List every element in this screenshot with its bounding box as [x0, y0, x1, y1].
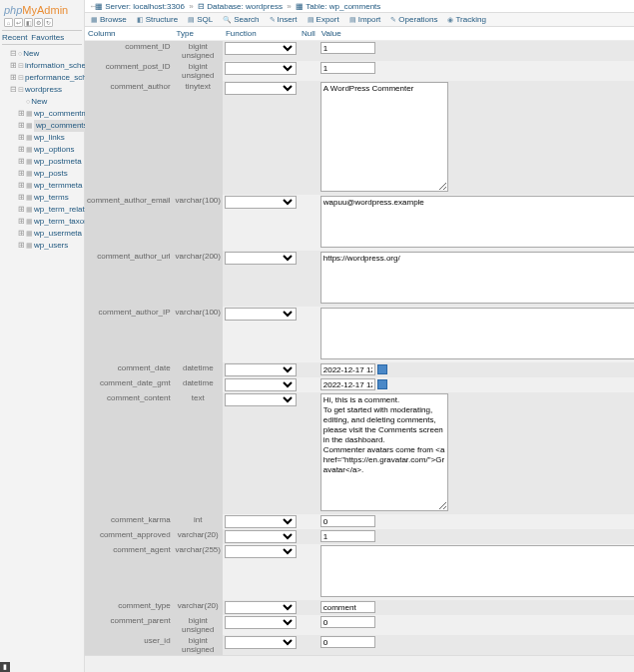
col-null: Null [299, 27, 318, 41]
tabbar: ▦Browse ◧Structure ▤SQL 🔍Search ✎Insert … [85, 13, 634, 27]
function-select[interactable] [225, 393, 297, 406]
tree-table[interactable]: wp_termmeta [34, 181, 82, 190]
row-label: comment_date_gmt [85, 377, 174, 392]
value-input[interactable] [320, 62, 375, 74]
row-label: comment_approved [85, 529, 174, 544]
function-select[interactable] [225, 42, 297, 55]
value-input[interactable] [320, 363, 375, 375]
insert-form: Column Type Function Null Value comment_… [85, 27, 634, 655]
tab-import[interactable]: ▤Import [347, 13, 383, 26]
function-select[interactable] [225, 196, 297, 209]
value-input[interactable] [320, 601, 375, 613]
col-function: Function [223, 27, 299, 41]
value-input[interactable] [320, 515, 375, 527]
main-content: ← ▦ Server: localhost:3306 » ⊟ Database:… [85, 0, 634, 672]
value-textarea[interactable]: A WordPress Commenter [320, 82, 448, 192]
console-icon[interactable]: ▮ [0, 662, 10, 672]
function-select[interactable] [225, 308, 297, 321]
function-select[interactable] [225, 636, 297, 649]
value-textarea[interactable] [320, 545, 634, 597]
tree-new[interactable]: New [31, 97, 47, 106]
table-crumb[interactable]: Table: wp_comments [306, 2, 380, 11]
tree-db[interactable]: wordpress [25, 85, 62, 94]
row-label: user_id [85, 635, 174, 655]
function-select[interactable] [225, 601, 297, 614]
tab-structure[interactable]: ◧Structure [135, 13, 180, 26]
function-select[interactable] [225, 530, 297, 543]
col-value: Value [318, 27, 634, 41]
value-input[interactable] [320, 42, 375, 54]
value-textarea[interactable]: Hi, this is a comment. To get started wi… [320, 393, 448, 511]
tab-sql[interactable]: ▤SQL [186, 13, 215, 26]
value-input[interactable] [320, 616, 375, 628]
function-select[interactable] [225, 378, 297, 391]
col-column: Column [85, 27, 174, 41]
tab-operations[interactable]: ✎Operations [388, 13, 439, 26]
tab-export[interactable]: ▤Export [306, 13, 341, 26]
logout-icon[interactable]: ↩ [14, 18, 23, 27]
row-label: comment_content [85, 392, 174, 514]
db-tree: ⊟○New ⊞⊟information_schema ⊞⊟performance… [2, 45, 82, 252]
function-select[interactable] [225, 515, 297, 528]
home-icon[interactable]: ⌂ [4, 18, 13, 27]
settings-icon[interactable]: ⚙ [34, 18, 43, 27]
tree-table[interactable]: wp_usermeta [34, 229, 82, 238]
row-label: comment_author_url [85, 251, 174, 307]
logo: phpMyAdmin [2, 2, 82, 18]
docs-icon[interactable]: ◧ [24, 18, 33, 27]
function-select[interactable] [225, 545, 297, 558]
tab-browse[interactable]: ▦Browse [89, 13, 129, 26]
calendar-icon[interactable] [377, 364, 387, 374]
database-crumb[interactable]: Database: wordpress [207, 2, 283, 11]
tab-search[interactable]: 🔍Search [221, 13, 261, 26]
value-input[interactable] [320, 636, 375, 648]
row-label: comment_post_ID [85, 61, 174, 81]
function-select[interactable] [225, 616, 297, 629]
row-label: comment_date [85, 362, 174, 377]
tree-table[interactable]: wp_comments [34, 120, 90, 132]
tree-table[interactable]: wp_options [34, 145, 74, 154]
function-select[interactable] [225, 363, 297, 376]
function-select[interactable] [225, 252, 297, 265]
recent-tab[interactable]: Recent [2, 33, 27, 42]
favorites-tab[interactable]: Favorites [31, 33, 64, 42]
tree-table[interactable]: wp_links [34, 133, 65, 142]
col-type: Type [174, 27, 223, 41]
server-crumb[interactable]: Server: localhost:3306 [105, 2, 185, 11]
value-textarea[interactable]: https://wordpress.org/ [320, 252, 634, 304]
value-textarea[interactable]: wapuu@wordpress.example [320, 196, 634, 248]
calendar-icon[interactable] [377, 379, 387, 389]
tree-table[interactable]: wp_users [34, 241, 68, 250]
value-textarea[interactable] [320, 308, 634, 359]
tab-tracking[interactable]: ◉Tracking [445, 13, 487, 26]
value-input[interactable] [320, 378, 375, 390]
function-select[interactable] [225, 82, 297, 95]
value-input[interactable] [320, 530, 375, 542]
row-label: comment_agent [85, 544, 174, 600]
row-label: comment_author [85, 81, 174, 195]
navigation-panel: phpMyAdmin ⌂ ↩ ◧ ⚙ ↻ Recent Favorites ⊟○… [0, 0, 85, 672]
tab-insert[interactable]: ✎Insert [268, 13, 300, 26]
tree-table[interactable]: wp_postmeta [34, 157, 82, 166]
row-label: comment_author_IP [85, 307, 174, 362]
row-label: comment_ID [85, 41, 174, 62]
row-label: comment_type [85, 600, 174, 615]
nav-toolbar: ⌂ ↩ ◧ ⚙ ↻ [2, 18, 82, 30]
row-label: comment_parent [85, 615, 174, 635]
breadcrumb: ← ▦ Server: localhost:3306 » ⊟ Database:… [85, 0, 634, 13]
tree-new[interactable]: New [23, 49, 39, 58]
function-select[interactable] [225, 62, 297, 75]
row-label: comment_karma [85, 514, 174, 529]
row-label: comment_author_email [85, 195, 174, 251]
tree-table[interactable]: wp_posts [34, 169, 68, 178]
tree-table[interactable]: wp_terms [34, 193, 69, 202]
reload-icon[interactable]: ↻ [44, 18, 53, 27]
